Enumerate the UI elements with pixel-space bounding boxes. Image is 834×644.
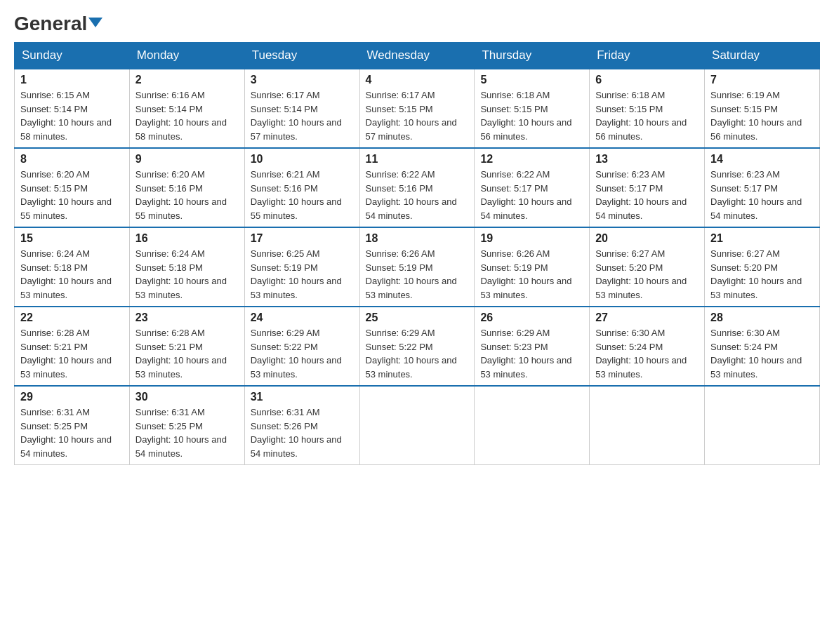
day-info: Sunrise: 6:30 AMSunset: 5:24 PMDaylight:… [595, 326, 699, 381]
calendar-cell: 1Sunrise: 6:15 AMSunset: 5:14 PMDaylight… [15, 69, 130, 148]
day-number: 19 [480, 232, 583, 245]
day-info: Sunrise: 6:29 AMSunset: 5:22 PMDaylight:… [366, 326, 469, 381]
day-number: 7 [710, 74, 814, 86]
calendar-table: SundayMondayTuesdayWednesdayThursdayFrid… [14, 42, 820, 465]
logo-triangle-icon [88, 18, 102, 27]
day-number: 27 [595, 311, 699, 324]
day-header-sunday: Sunday [15, 43, 130, 69]
day-number: 29 [20, 391, 124, 403]
calendar-cell: 22Sunrise: 6:28 AMSunset: 5:21 PMDayligh… [15, 307, 130, 386]
calendar-cell: 30Sunrise: 6:31 AMSunset: 5:25 PMDayligh… [129, 386, 244, 465]
day-number: 1 [20, 74, 124, 86]
calendar-cell: 6Sunrise: 6:18 AMSunset: 5:15 PMDaylight… [590, 69, 705, 148]
day-number: 8 [20, 153, 124, 166]
day-number: 21 [710, 232, 814, 245]
calendar-cell: 29Sunrise: 6:31 AMSunset: 5:25 PMDayligh… [15, 386, 130, 465]
calendar-cell [590, 386, 705, 465]
calendar-cell: 23Sunrise: 6:28 AMSunset: 5:21 PMDayligh… [129, 307, 244, 386]
day-info: Sunrise: 6:16 AMSunset: 5:14 PMDaylight:… [135, 88, 239, 143]
week-row-2: 8Sunrise: 6:20 AMSunset: 5:15 PMDaylight… [15, 148, 820, 227]
day-info: Sunrise: 6:28 AMSunset: 5:21 PMDaylight:… [20, 326, 124, 381]
day-number: 26 [480, 311, 583, 324]
day-info: Sunrise: 6:25 AMSunset: 5:19 PMDaylight:… [251, 247, 354, 302]
day-number: 4 [366, 74, 469, 86]
calendar-cell: 13Sunrise: 6:23 AMSunset: 5:17 PMDayligh… [590, 148, 705, 227]
day-info: Sunrise: 6:23 AMSunset: 5:17 PMDaylight:… [710, 168, 814, 222]
calendar-cell [475, 386, 590, 465]
day-number: 15 [20, 232, 124, 245]
day-info: Sunrise: 6:21 AMSunset: 5:16 PMDaylight:… [251, 168, 354, 222]
day-info: Sunrise: 6:23 AMSunset: 5:17 PMDaylight:… [595, 168, 699, 222]
logo-line1: General [14, 14, 102, 34]
day-info: Sunrise: 6:18 AMSunset: 5:15 PMDaylight:… [480, 88, 583, 143]
day-info: Sunrise: 6:31 AMSunset: 5:25 PMDaylight:… [20, 405, 124, 460]
calendar-cell: 24Sunrise: 6:29 AMSunset: 5:22 PMDayligh… [244, 307, 359, 386]
day-number: 10 [251, 153, 354, 166]
calendar-cell: 17Sunrise: 6:25 AMSunset: 5:19 PMDayligh… [244, 227, 359, 307]
calendar-cell: 8Sunrise: 6:20 AMSunset: 5:15 PMDaylight… [15, 148, 130, 227]
day-info: Sunrise: 6:29 AMSunset: 5:22 PMDaylight:… [251, 326, 354, 381]
day-info: Sunrise: 6:22 AMSunset: 5:17 PMDaylight:… [480, 168, 583, 222]
day-number: 24 [251, 311, 354, 324]
calendar-cell: 11Sunrise: 6:22 AMSunset: 5:16 PMDayligh… [359, 148, 475, 227]
day-number: 25 [366, 311, 469, 324]
day-number: 20 [595, 232, 699, 245]
week-row-3: 15Sunrise: 6:24 AMSunset: 5:18 PMDayligh… [15, 227, 820, 307]
day-number: 5 [480, 74, 583, 86]
calendar-cell: 5Sunrise: 6:18 AMSunset: 5:15 PMDaylight… [475, 69, 590, 148]
calendar-cell: 20Sunrise: 6:27 AMSunset: 5:20 PMDayligh… [590, 227, 705, 307]
calendar-cell: 12Sunrise: 6:22 AMSunset: 5:17 PMDayligh… [475, 148, 590, 227]
calendar-cell: 7Sunrise: 6:19 AMSunset: 5:15 PMDaylight… [705, 69, 820, 148]
calendar-cell: 9Sunrise: 6:20 AMSunset: 5:16 PMDaylight… [129, 148, 244, 227]
day-header-thursday: Thursday [475, 43, 590, 69]
week-row-4: 22Sunrise: 6:28 AMSunset: 5:21 PMDayligh… [15, 307, 820, 386]
calendar-cell: 14Sunrise: 6:23 AMSunset: 5:17 PMDayligh… [705, 148, 820, 227]
calendar-cell [705, 386, 820, 465]
day-number: 17 [251, 232, 354, 245]
day-header-saturday: Saturday [705, 43, 820, 69]
day-number: 13 [595, 153, 699, 166]
day-number: 9 [135, 153, 239, 166]
day-number: 14 [710, 153, 814, 166]
calendar-cell: 31Sunrise: 6:31 AMSunset: 5:26 PMDayligh… [244, 386, 359, 465]
day-headers-row: SundayMondayTuesdayWednesdayThursdayFrid… [15, 43, 820, 69]
day-info: Sunrise: 6:31 AMSunset: 5:26 PMDaylight:… [251, 405, 354, 460]
day-number: 2 [135, 74, 239, 86]
calendar-cell: 3Sunrise: 6:17 AMSunset: 5:14 PMDaylight… [244, 69, 359, 148]
day-info: Sunrise: 6:26 AMSunset: 5:19 PMDaylight:… [480, 247, 583, 302]
calendar-cell: 21Sunrise: 6:27 AMSunset: 5:20 PMDayligh… [705, 227, 820, 307]
day-info: Sunrise: 6:18 AMSunset: 5:15 PMDaylight:… [595, 88, 699, 143]
day-number: 28 [710, 311, 814, 324]
calendar-cell: 26Sunrise: 6:29 AMSunset: 5:23 PMDayligh… [475, 307, 590, 386]
day-number: 12 [480, 153, 583, 166]
day-number: 3 [251, 74, 354, 86]
day-info: Sunrise: 6:26 AMSunset: 5:19 PMDaylight:… [366, 247, 469, 302]
day-number: 16 [135, 232, 239, 245]
day-number: 18 [366, 232, 469, 245]
day-number: 22 [20, 311, 124, 324]
day-info: Sunrise: 6:15 AMSunset: 5:14 PMDaylight:… [20, 88, 124, 143]
day-info: Sunrise: 6:24 AMSunset: 5:18 PMDaylight:… [135, 247, 239, 302]
day-number: 31 [251, 391, 354, 403]
calendar-cell: 27Sunrise: 6:30 AMSunset: 5:24 PMDayligh… [590, 307, 705, 386]
day-header-wednesday: Wednesday [359, 43, 475, 69]
calendar-cell: 10Sunrise: 6:21 AMSunset: 5:16 PMDayligh… [244, 148, 359, 227]
day-info: Sunrise: 6:27 AMSunset: 5:20 PMDaylight:… [710, 247, 814, 302]
day-info: Sunrise: 6:31 AMSunset: 5:25 PMDaylight:… [135, 405, 239, 460]
day-header-monday: Monday [129, 43, 244, 69]
page-header: General [14, 14, 820, 35]
day-info: Sunrise: 6:29 AMSunset: 5:23 PMDaylight:… [480, 326, 583, 381]
day-info: Sunrise: 6:24 AMSunset: 5:18 PMDaylight:… [20, 247, 124, 302]
day-info: Sunrise: 6:28 AMSunset: 5:21 PMDaylight:… [135, 326, 239, 381]
day-info: Sunrise: 6:27 AMSunset: 5:20 PMDaylight:… [595, 247, 699, 302]
day-info: Sunrise: 6:30 AMSunset: 5:24 PMDaylight:… [710, 326, 814, 381]
calendar-cell: 16Sunrise: 6:24 AMSunset: 5:18 PMDayligh… [129, 227, 244, 307]
day-info: Sunrise: 6:19 AMSunset: 5:15 PMDaylight:… [710, 88, 814, 143]
calendar-cell: 28Sunrise: 6:30 AMSunset: 5:24 PMDayligh… [705, 307, 820, 386]
day-info: Sunrise: 6:20 AMSunset: 5:16 PMDaylight:… [135, 168, 239, 222]
calendar-cell: 19Sunrise: 6:26 AMSunset: 5:19 PMDayligh… [475, 227, 590, 307]
calendar-cell: 18Sunrise: 6:26 AMSunset: 5:19 PMDayligh… [359, 227, 475, 307]
day-info: Sunrise: 6:22 AMSunset: 5:16 PMDaylight:… [366, 168, 469, 222]
day-info: Sunrise: 6:20 AMSunset: 5:15 PMDaylight:… [20, 168, 124, 222]
calendar-cell: 4Sunrise: 6:17 AMSunset: 5:15 PMDaylight… [359, 69, 475, 148]
